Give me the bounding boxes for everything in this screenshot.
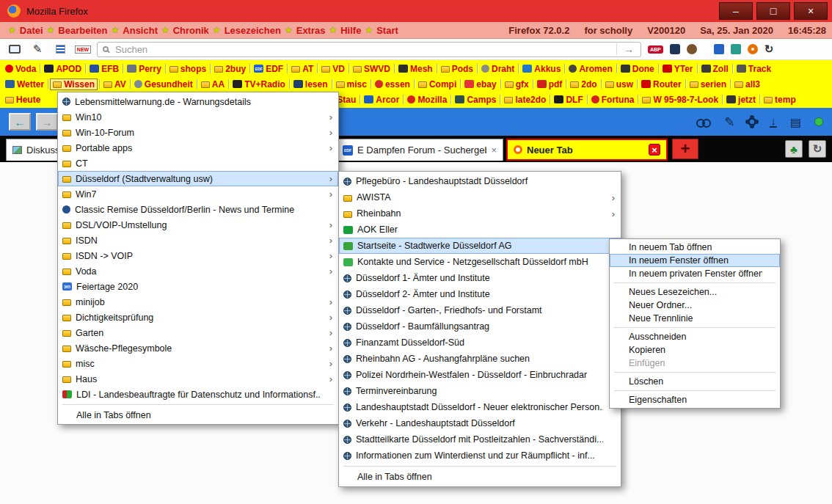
- wissen-menu-item-lebensmittelwarnung-de-warnungsdetails[interactable]: Lebensmittelwarnung.de - Warnungsdetails: [58, 94, 338, 109]
- submenu-item-awista[interactable]: AWISTA›: [339, 189, 621, 205]
- bookmark-vd[interactable]: VD: [319, 64, 347, 74]
- wissen-menu-item-garten[interactable]: Garten›: [58, 325, 338, 340]
- context-item-in-neuem-privaten-fenster-öffnen[interactable]: In neuem privaten Fenster öffnen: [610, 267, 780, 280]
- wissen-menu-item-isdn[interactable]: ISDN›: [58, 233, 338, 248]
- list-button[interactable]: [51, 41, 69, 57]
- new-page-button[interactable]: NEW: [74, 41, 92, 57]
- context-item-kopieren[interactable]: Kopieren: [610, 343, 780, 357]
- library-icon[interactable]: [790, 115, 801, 129]
- bookmark-efb[interactable]: EFB: [87, 64, 121, 74]
- bookmark-router[interactable]: Router: [639, 79, 684, 90]
- submenu-item-verkehr-landeshauptstadt-düsseldorf[interactable]: Verkehr - Landeshauptstadt Düsseldorf: [339, 415, 621, 431]
- bookmark-wissen[interactable]: Wissen: [50, 78, 98, 90]
- submenu-item-rheinbahn[interactable]: Rheinbahn›: [339, 205, 621, 222]
- bookmark-apod[interactable]: APOD: [42, 64, 84, 74]
- submenu-item-düsseldorf-baumfällungsantrag[interactable]: Düsseldorf - Baumfällungsantrag: [339, 318, 621, 335]
- extension-leaf-icon[interactable]: [785, 140, 803, 158]
- bookmark-av[interactable]: AV: [101, 79, 128, 90]
- bookmark-aa[interactable]: AA: [199, 79, 227, 90]
- bookmark-mozilla[interactable]: Mozilla: [405, 95, 449, 105]
- menubar-item-chronik[interactable]: Chronik: [173, 25, 209, 36]
- bookmark-yter[interactable]: YTer: [660, 64, 696, 74]
- bookmark-w-95-98-7-look[interactable]: W 95-98-7-Look: [640, 95, 720, 105]
- session-manager-icon[interactable]: [714, 44, 724, 54]
- menubar-item-bearbeiten[interactable]: Bearbeiten: [58, 25, 107, 36]
- submenu-item-düsseldorf-2-ämter-und-institute[interactable]: Düsseldorf 2- Ämter und Institute: [339, 286, 621, 302]
- search-input[interactable]: Suchen →: [97, 42, 641, 57]
- bookmark-gesundheit[interactable]: Gesundheit: [132, 79, 195, 90]
- wissen-menu-item-win7[interactable]: Win7›: [58, 186, 338, 202]
- menubar-item-datei[interactable]: Datei: [20, 25, 43, 36]
- bookmark-2do[interactable]: 2do: [568, 79, 599, 90]
- bookmark-track[interactable]: Track: [734, 64, 773, 74]
- bookmark-akkus[interactable]: Akkus: [520, 64, 563, 74]
- bookmark-fortuna[interactable]: Fortuna: [589, 95, 637, 105]
- wissen-menu-item-düsseldorf-stadtverwaltung-usw[interactable]: Düsseldorf (Stadtverwaltung usw)›: [58, 171, 338, 186]
- forward-button[interactable]: →: [36, 113, 58, 131]
- wissen-menu-item-ct[interactable]: CT: [58, 156, 338, 171]
- tab-close-icon[interactable]: ×: [649, 144, 660, 156]
- bookmark-edf[interactable]: EDFEDF: [252, 64, 285, 74]
- bookmark-draht[interactable]: Draht: [479, 64, 517, 74]
- bookmark-2buy[interactable]: 2buy: [212, 64, 248, 74]
- context-item-ausschneiden[interactable]: Ausschneiden: [610, 330, 780, 343]
- submenu-item-düsseldorf-garten-friedhofs-und-forstamt[interactable]: Düsseldorf - Garten-, Friedhofs- und For…: [339, 302, 621, 318]
- bookmark-aromen[interactable]: Aromen: [566, 64, 614, 74]
- wissen-menu-item-feiertage-2020[interactable]: 365Feiertage 2020: [58, 279, 338, 294]
- bookmark-arcor[interactable]: Arcor: [362, 95, 401, 105]
- greasemonkey-icon[interactable]: [687, 44, 697, 54]
- bookmark-shops[interactable]: shops: [167, 64, 208, 74]
- bookmark-perry[interactable]: Perry: [125, 64, 164, 74]
- bookmark-late2do[interactable]: late2do: [502, 95, 548, 105]
- bookmark-camps[interactable]: Camps: [453, 95, 498, 105]
- submenu-item-alle-in-tabs-öffnen[interactable]: Alle in Tabs öffnen: [339, 469, 621, 485]
- menubar-item-ansicht[interactable]: Ansicht: [123, 25, 158, 36]
- wissen-menu-item-voda[interactable]: Voda›: [58, 263, 338, 279]
- settings-gear-icon[interactable]: [748, 117, 756, 126]
- bookmark-wetter[interactable]: Wetter: [3, 79, 46, 90]
- bookmark-essen[interactable]: essen: [373, 79, 412, 90]
- wissen-menu-item-wäsche-pflegesymbole[interactable]: Wäsche-Pflegesymbole›: [58, 340, 338, 356]
- bookmark-mesh[interactable]: Mesh: [396, 64, 435, 74]
- bookmark-at[interactable]: AT: [289, 64, 315, 74]
- restart-icon[interactable]: [765, 43, 774, 56]
- context-item-in-neuem-fenster-öffnen[interactable]: In neuem Fenster öffnen: [610, 254, 780, 267]
- screenshot-tool-button[interactable]: [6, 41, 23, 57]
- context-item-einfügen[interactable]: Einfügen: [610, 357, 780, 370]
- bookmark-misc[interactable]: misc: [334, 79, 369, 90]
- tab-edampfen-forum[interactable]: EDF E Dampfen Forum - Suchergeb ×: [336, 139, 503, 161]
- edit-pencil-icon[interactable]: [724, 114, 734, 130]
- menubar-item-lesezeichen[interactable]: Lesezeichen: [225, 25, 281, 36]
- wissen-menu-item-misc[interactable]: misc›: [58, 356, 338, 371]
- bookmark-heute[interactable]: Heute: [3, 95, 43, 105]
- bookmark-tv-radio[interactable]: TV+Radio: [230, 79, 288, 90]
- search-go-button[interactable]: →: [616, 43, 635, 55]
- new-tab-button[interactable]: +: [672, 139, 698, 159]
- wissen-menu-item-haus[interactable]: Haus›: [58, 371, 338, 387]
- wissen-menu-item-dsl-voip-umstellung[interactable]: DSL/VOIP-Umstellung›: [58, 217, 338, 233]
- bookmark-compi[interactable]: Compi: [416, 79, 459, 90]
- context-item-neues-lesezeichen[interactable]: Neues Lesezeichen...: [610, 285, 780, 299]
- reader-glasses-icon[interactable]: [696, 119, 711, 125]
- context-item-eigenschaften[interactable]: Eigenschaften: [610, 393, 780, 406]
- download-icon[interactable]: ↓: [770, 116, 777, 128]
- wissen-menu-item-minijob[interactable]: minijob›: [58, 294, 338, 310]
- submenu-item-polizei-nordrhein-westfalen-düsseldorf-ein[interactable]: Polizei Nordrhein-Westfalen - Düsseldorf…: [339, 367, 621, 383]
- computer-icon[interactable]: [731, 44, 741, 54]
- submenu-item-terminvereinbarung[interactable]: Terminvereinbarung: [339, 383, 621, 399]
- wissen-menu-item-isdn-voip[interactable]: ISDN -> VOIP›: [58, 248, 338, 263]
- rss-icon[interactable]: [748, 44, 758, 54]
- context-item-neue-trennlinie[interactable]: Neue Trennlinie: [610, 312, 780, 325]
- context-item-neuer-ordner[interactable]: Neuer Ordner...: [610, 299, 780, 312]
- bookmark-dlf[interactable]: DLF: [552, 95, 585, 105]
- bookmark-temp[interactable]: temp: [762, 95, 798, 105]
- bookmark-usw[interactable]: usw: [603, 79, 635, 90]
- menubar-item-extras[interactable]: Extras: [296, 25, 326, 36]
- context-item-in-neuem-tab-öffnen[interactable]: In neuem Tab öffnen: [610, 241, 780, 254]
- compose-button[interactable]: [29, 41, 46, 57]
- ghostery-icon[interactable]: [670, 44, 680, 54]
- bookmark-voda[interactable]: Voda: [3, 64, 38, 74]
- wissen-menu-item-win10[interactable]: Win10›: [58, 109, 338, 125]
- submenu-item-aok-eller[interactable]: AOK Eller: [339, 222, 621, 238]
- wissen-menu-item-dichtigkeitsprüfung[interactable]: Dichtigkeitsprüfung›: [58, 310, 338, 325]
